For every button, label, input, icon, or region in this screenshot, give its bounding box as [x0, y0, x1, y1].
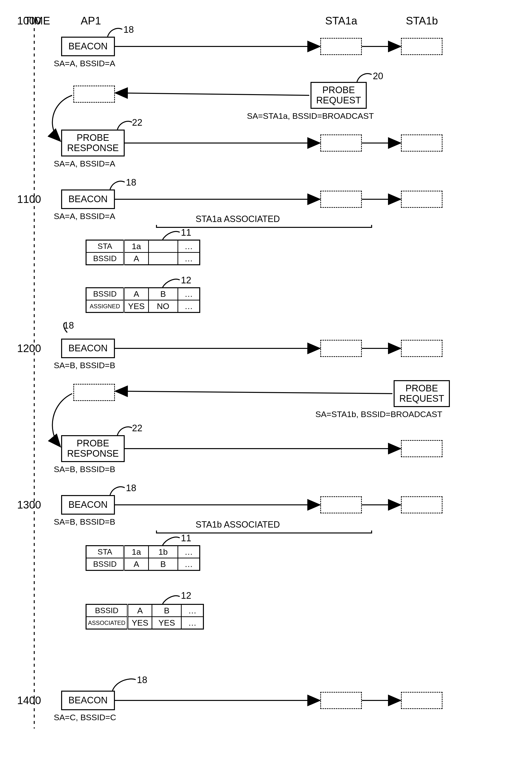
beacon-box-2: BEACON — [61, 189, 115, 209]
dash-rx-1a-1 — [320, 38, 362, 55]
dash-rx-1a-6 — [320, 692, 362, 709]
sub-saab-1: SA=A, BSSID=A — [54, 59, 115, 68]
dash-rx-1a-3 — [320, 191, 362, 208]
dash-rx-1b-6 — [401, 496, 443, 513]
dash-rx-1a-4 — [320, 340, 362, 357]
table-12-a: BSSID A B … ASSIGNED YES NO … — [86, 287, 200, 313]
sub-sta1a: SA=STA1a, BSSID=BROADCAST — [247, 111, 374, 121]
callout-18-3: 18 — [64, 320, 74, 331]
assoc-1b-label: STA1b ASSOCIATED — [196, 519, 280, 530]
dash-rx-1b-1 — [401, 38, 443, 55]
header-sta1b: STA1b — [406, 15, 438, 27]
header-sta1a: STA1a — [325, 15, 357, 27]
callout-12-1: 12 — [181, 275, 191, 286]
callout-11-2: 11 — [181, 533, 191, 543]
callout-18-4: 18 — [126, 483, 136, 493]
table-12-b: BSSID A B … ASSOCIATED YES YES … — [86, 604, 204, 630]
time-1100: 1100 — [17, 193, 41, 205]
time-1200: 1200 — [17, 342, 41, 354]
dash-rx-1b-2 — [401, 134, 443, 152]
sub-saab-3: SA=A, BSSID=A — [54, 212, 115, 221]
probe-response-2: PROBE RESPONSE — [61, 435, 125, 462]
beacon-box-1: BEACON — [61, 37, 115, 56]
dash-rx-1b-7 — [401, 692, 443, 709]
assoc-1a-label: STA1a ASSOCIATED — [196, 214, 280, 224]
sub-sab-3: SA=B, BSSID=B — [54, 517, 115, 527]
callout-22-1: 22 — [132, 117, 142, 128]
time-1000: 1000 — [17, 15, 41, 27]
callout-22-2: 22 — [132, 423, 142, 434]
svg-line-3 — [116, 93, 309, 96]
callout-20: 20 — [373, 71, 383, 82]
dash-rx-1b-5 — [401, 440, 443, 457]
callout-18-1: 18 — [123, 24, 134, 35]
svg-line-10 — [116, 391, 392, 394]
dash-rx-1a-5 — [320, 496, 362, 513]
sub-sac: SA=C, BSSID=C — [54, 713, 116, 722]
dash-rx-1a-2 — [320, 134, 362, 152]
time-1400: 1400 — [17, 694, 41, 706]
dash-rx-1b-3 — [401, 191, 443, 208]
table-11-a: STA 1a … BSSID A … — [86, 240, 200, 265]
dash-rx-ap-1 — [73, 86, 115, 103]
sequence-diagram: TIME AP1 STA1a STA1b 1000 1100 1200 1300… — [10, 15, 523, 748]
beacon-box-4: BEACON — [61, 495, 115, 515]
sub-sta1b: SA=STA1b, BSSID=BROADCAST — [315, 410, 442, 419]
probe-request-1b: PROBE REQUEST — [394, 380, 450, 407]
probe-response-1: PROBE RESPONSE — [61, 129, 125, 156]
sub-sab-2: SA=B, BSSID=B — [54, 465, 115, 474]
table-11-b: STA 1a 1b … BSSID A B … — [86, 545, 200, 571]
callout-11-1: 11 — [181, 227, 191, 238]
probe-request-1a: PROBE REQUEST — [310, 82, 367, 109]
beacon-box-5: BEACON — [61, 691, 115, 710]
beacon-box-3: BEACON — [61, 339, 115, 358]
dash-rx-ap-2 — [73, 384, 115, 401]
sub-saab-2: SA=A, BSSID=A — [54, 159, 115, 168]
callout-18-2: 18 — [126, 177, 136, 188]
time-1300: 1300 — [17, 499, 41, 511]
header-ap1: AP1 — [81, 15, 101, 27]
callout-12-2: 12 — [181, 590, 191, 601]
dash-rx-1b-4 — [401, 340, 443, 357]
callout-18-5: 18 — [137, 675, 147, 685]
sub-sab-1: SA=B, BSSID=B — [54, 361, 115, 370]
